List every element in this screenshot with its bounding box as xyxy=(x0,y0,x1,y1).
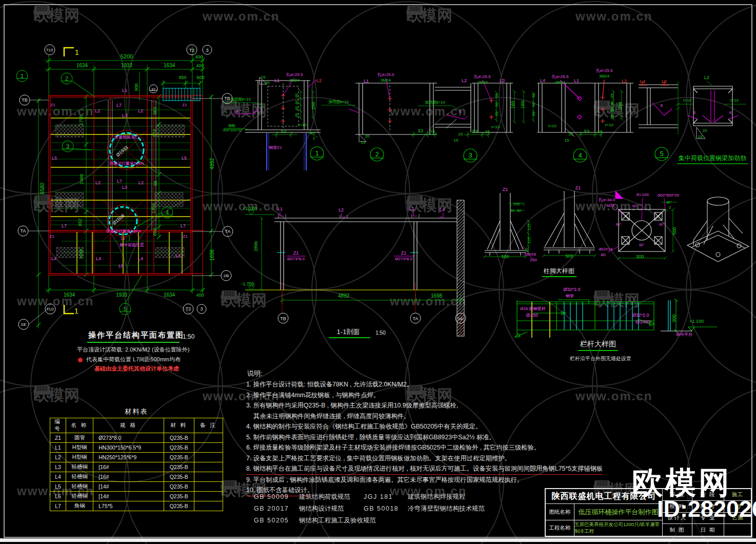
cad-label: 900 xyxy=(134,83,139,91)
cad-label: @250 xyxy=(526,313,538,318)
cad-label: L1 xyxy=(277,206,283,211)
table-row: L5轻槽钢[14#Q235-B xyxy=(50,482,223,492)
cad-label: t=10 xyxy=(730,98,739,103)
standard-ref: 钢结构工程施工及验收规范 xyxy=(299,516,376,524)
cad-label: L2 xyxy=(138,180,144,185)
cad-label: 55 xyxy=(532,93,535,98)
cad-label: L3 xyxy=(122,185,127,190)
table-cell: L3 xyxy=(50,462,66,472)
cad-label: 15 xyxy=(430,129,435,133)
standard-ref: 钢结构设计规范 xyxy=(299,504,344,513)
cad-label: 90° xyxy=(632,204,638,208)
cad-label: 20 xyxy=(365,134,370,139)
cad-label: 6 xyxy=(661,103,663,108)
standard-ref: GB 50018 xyxy=(364,504,399,513)
cad-label: t=10 xyxy=(683,98,691,103)
cad-label: 160 xyxy=(520,101,525,108)
cad-label: 加劲肋t=10 xyxy=(328,100,349,104)
cad-label: 1304 xyxy=(151,203,156,213)
cad-label: 15 xyxy=(565,138,569,143)
cad-label: 53 xyxy=(418,128,423,133)
table-cell: 圆管 xyxy=(66,433,93,443)
cad-label: L1 xyxy=(409,206,414,211)
standard-ref: JGJ 181 xyxy=(364,493,393,501)
cad-label: 2 xyxy=(375,150,379,158)
cad-label: 50 xyxy=(510,209,514,212)
cad-label: 50 xyxy=(532,103,535,107)
table-cell xyxy=(194,462,223,472)
cad-label: L1 xyxy=(274,78,280,83)
cad-label: 4892 xyxy=(338,293,350,299)
table-cell: L4 xyxy=(50,472,66,482)
cad-label: Ø16 圆钢竖杆 xyxy=(520,306,545,311)
cad-label: 5 xyxy=(660,150,663,158)
table-header-cell: 编号 xyxy=(50,418,66,433)
plan-legend-note: 代表集中荷载位置 L7间距500mm均布 xyxy=(86,356,181,363)
cad-label: t=10 xyxy=(299,123,307,127)
table-cell: Z1 xyxy=(50,433,66,443)
table-row: L2H型钢HN250*125*6*9Q235-B xyxy=(50,453,223,462)
table-row: L6轻槽钢[14#Q235-B xyxy=(50,492,223,501)
cad-label: L2 xyxy=(704,75,709,80)
cad-label: t=10 xyxy=(548,124,556,128)
titleblock-value xyxy=(724,524,751,536)
cad-label: L4 xyxy=(540,78,545,83)
cad-label: 45° xyxy=(310,131,316,135)
cad-label: 1634 xyxy=(76,63,88,68)
cad-label: L2 xyxy=(339,207,344,212)
cad-label: TA xyxy=(21,228,26,234)
cad-label: 设备运行重量28KN xyxy=(106,229,141,234)
note-line: 1. 操作平台设计荷载: 恒载设备78KN , 允许活载2.0KN/M2。 xyxy=(246,379,413,390)
section-scale: 1:50 xyxy=(375,330,386,336)
cad-label: TB xyxy=(280,316,286,321)
table-cell: [14# xyxy=(93,492,164,501)
plan-foundation-note: 基础由业主委托其他设计单位考虑 xyxy=(94,365,179,373)
notes-title: 说明: xyxy=(247,369,263,378)
cad-label: L7 xyxy=(117,179,122,184)
cad-label: 15 xyxy=(361,140,366,145)
cad-label: 500 xyxy=(636,254,644,259)
cad-label: Z1 xyxy=(50,103,55,107)
stiffener-detail-title: 集中荷载位置钢梁加劲肋 xyxy=(679,154,746,162)
cad-label: 设备预留洞口 xyxy=(114,135,139,140)
cad-label: 1698 xyxy=(431,293,443,299)
cad-label: 55 xyxy=(532,112,535,116)
cad-label: 15 xyxy=(261,75,266,80)
cad-label: 孔d=25.5 xyxy=(596,68,613,73)
table-cell: [16# xyxy=(93,472,164,482)
cad-label: L1 xyxy=(121,236,126,241)
detail-5 xyxy=(639,81,748,164)
cad-label: 3 xyxy=(468,151,472,159)
cad-label: Ø1933 xyxy=(115,145,129,158)
cad-label: 操作平台 xyxy=(676,332,692,337)
table-cell: 轻槽钢 xyxy=(66,472,93,482)
cad-label: Ø273*8.0 xyxy=(287,257,305,261)
sheet-bottom-bar xyxy=(0,538,756,542)
table-cell: Q235-B xyxy=(164,462,194,472)
note-line: 5. 制作前钢构件表面均应进行除锈处理 , 除锈质量等级应达到国标GB8923中… xyxy=(246,432,495,443)
cad-label: 600 xyxy=(196,75,204,80)
table-cell: HN300*150*6.5*9 xyxy=(93,443,164,453)
table-cell: Ø273*8.0 xyxy=(93,433,164,443)
cad-label: Z1 xyxy=(503,187,508,192)
detail-1 xyxy=(224,77,324,170)
cad-label: 45° xyxy=(666,201,672,204)
cad-label: 65 xyxy=(610,114,614,119)
note-line: 7. 设备支架上严格按工艺要求定位 , 集中荷载位置用钢板做加劲肋。支架在使用过… xyxy=(246,453,511,464)
table-cell: 轻槽钢 xyxy=(66,492,93,501)
cad-label: T2 xyxy=(189,48,195,53)
cad-label: 加劲肋t=10 xyxy=(425,100,445,105)
cad-label: 6580 xyxy=(39,182,45,194)
table-row: Z1圆管Ø273*8.0Q235-B xyxy=(50,433,223,443)
cad-label: 2460 xyxy=(79,174,84,184)
section-1-1 xyxy=(245,200,466,338)
cad-label: 60 xyxy=(610,101,614,105)
note-line: 2. 操作平台满铺4mm花纹钢板 , 与钢构件点焊。 xyxy=(246,390,380,401)
cad-label: L1 xyxy=(574,78,579,83)
cad-label: 55 xyxy=(495,93,499,98)
cad-label: T1/2 xyxy=(47,307,54,311)
cad-label: 96 xyxy=(153,181,158,186)
table-cell: [16# xyxy=(93,462,164,472)
cad-label: 设备运行重量52KN xyxy=(109,161,144,166)
cad-label: Z1 xyxy=(49,234,54,239)
